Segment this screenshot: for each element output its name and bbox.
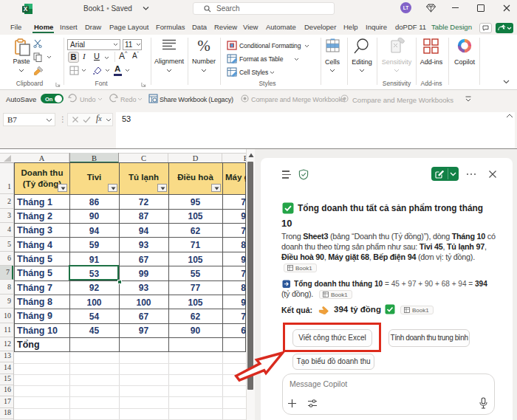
svg-text:X: X: [24, 6, 28, 13]
